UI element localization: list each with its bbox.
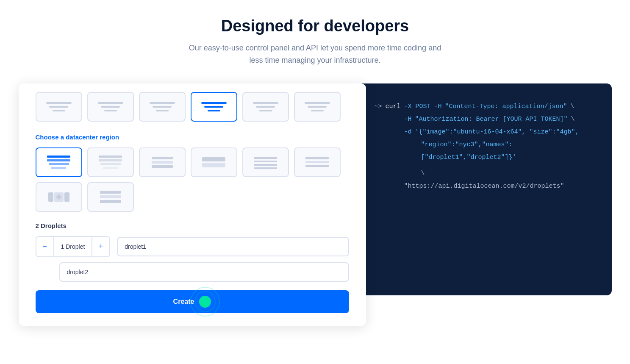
terminal-line-2: -H "Authorization: Bearer [YOUR API TOKE… <box>375 113 591 126</box>
create-row: Create <box>36 290 349 313</box>
content-area: Choose a datacenter region <box>19 83 612 326</box>
line-decoration <box>308 106 327 108</box>
dc-card-nyc[interactable] <box>36 147 82 177</box>
line-decoration <box>208 110 220 111</box>
create-btn-dot <box>199 296 211 308</box>
terminal-data-flag: -d <box>404 126 412 139</box>
terminal-line-5: "https://api.digitalocean.com/v2/droplet… <box>375 180 591 193</box>
stepper-decrement-button[interactable]: − <box>36 237 53 256</box>
line-decoration <box>201 102 227 104</box>
dc-card-ams[interactable] <box>139 147 186 177</box>
terminal-backslash2: \ <box>571 113 575 126</box>
dc-card-lon[interactable] <box>242 147 289 177</box>
droplet1-name-input[interactable] <box>117 237 349 256</box>
datacenter-grid <box>36 147 349 212</box>
datacenter-section-label: Choose a datacenter region <box>36 133 349 141</box>
stepper-increment-button[interactable]: + <box>92 237 109 256</box>
terminal-auth-flag: -H <box>404 113 412 126</box>
size-selector <box>36 92 349 122</box>
terminal-flag2: -H <box>434 100 442 113</box>
line-decoration <box>253 102 278 104</box>
terminal-line-3: -d '{"image":"ubuntu-16-04-x64", "size":… <box>375 126 591 139</box>
terminal-data-part2: "region":"nyc3","names":["droplet1","dro… <box>421 139 591 164</box>
line-decoration <box>49 106 68 108</box>
line-decoration <box>204 106 223 108</box>
size-card-3[interactable] <box>139 92 186 122</box>
line-decoration <box>256 106 275 108</box>
droplets-count-label: 2 Droplets <box>36 222 349 229</box>
line-decoration <box>153 106 172 108</box>
terminal-prompt: ~> <box>375 100 382 113</box>
size-card-1[interactable] <box>36 92 82 122</box>
droplets-section: 2 Droplets − 1 Droplet + Create <box>36 222 349 313</box>
code-terminal: ~> curl -X POST -H "Content-Type: applic… <box>353 83 612 295</box>
dc-card-fra[interactable] <box>294 147 341 177</box>
droplet2-name-input[interactable] <box>59 262 349 282</box>
droplet2-input-wrapper <box>36 262 349 282</box>
line-decoration <box>311 110 324 111</box>
create-button[interactable]: Create <box>36 290 349 313</box>
terminal-content-type: "Content-Type: application/json" <box>445 100 567 113</box>
stepper-value: 1 Droplet <box>53 237 93 256</box>
line-decoration <box>98 102 123 104</box>
line-decoration <box>305 102 330 104</box>
line-decoration <box>104 110 117 111</box>
page-title: Designed for developers <box>188 17 442 35</box>
page-header: Designed for developers Our easy-to-use … <box>188 17 442 67</box>
terminal-curl-cmd: curl <box>386 100 401 113</box>
dc-card-sgp[interactable] <box>191 147 237 177</box>
line-decoration <box>156 110 169 111</box>
terminal-data-part1: '{"image":"ubuntu-16-04-x64", "size":"4g… <box>415 126 579 139</box>
terminal-api-url: "https://api.digitalocean.com/v2/droplet… <box>404 180 564 193</box>
droplet-stepper: − 1 Droplet + <box>36 236 111 257</box>
create-button-label: Create <box>173 298 194 306</box>
line-decoration <box>53 110 65 111</box>
control-panel: Choose a datacenter region <box>19 83 366 326</box>
terminal-line-1: ~> curl -X POST -H "Content-Type: applic… <box>375 100 591 113</box>
terminal-auth-token: "Authorization: Bearer [YOUR API TOKEN]" <box>415 113 568 126</box>
terminal-line-4: "region":"nyc3","names":["droplet1","dro… <box>375 139 591 180</box>
line-decoration <box>259 110 272 111</box>
size-card-6[interactable] <box>294 92 341 122</box>
size-card-2[interactable] <box>87 92 134 122</box>
line-decoration <box>150 102 175 104</box>
line-decoration <box>46 102 72 104</box>
page-subtitle: Our easy-to-use control panel and API le… <box>188 42 442 67</box>
line-decoration <box>101 106 120 108</box>
dc-card-tor[interactable] <box>36 182 82 212</box>
dc-card-blr[interactable] <box>87 182 134 212</box>
terminal-backslash1: \ <box>571 100 574 113</box>
droplet-controls: − 1 Droplet + <box>36 236 349 257</box>
dc-card-sfo[interactable] <box>87 147 134 177</box>
size-card-4[interactable] <box>191 92 237 122</box>
terminal-flag1: -X POST <box>404 100 431 113</box>
size-card-5[interactable] <box>242 92 289 122</box>
terminal-backslash3: \ <box>421 167 425 180</box>
